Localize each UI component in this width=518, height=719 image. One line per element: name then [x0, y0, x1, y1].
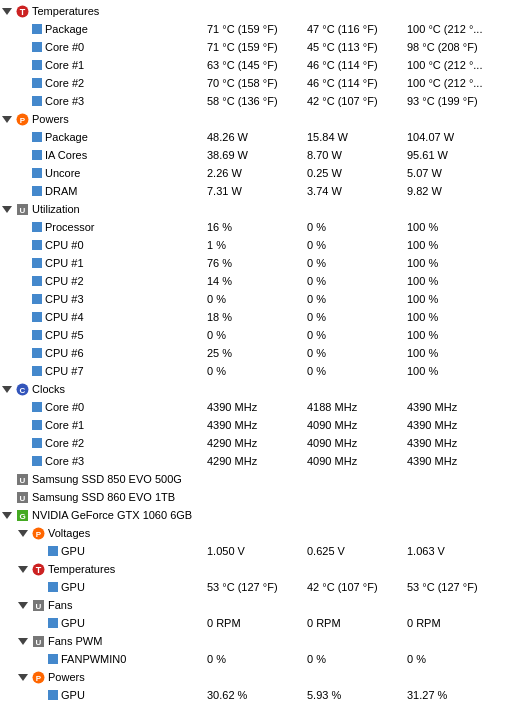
val-current: 1.050 V: [205, 545, 305, 557]
val-max: 0 RPM: [405, 617, 515, 629]
list-item: Core #071 °C (159 °F)45 °C (113 °F)98 °C…: [0, 38, 518, 56]
val-min: 0 %: [305, 257, 405, 269]
item-label: Fans: [48, 599, 205, 611]
val-current: 58 °C (136 °F): [205, 95, 305, 107]
list-item[interactable]: UUtilization: [0, 200, 518, 218]
item-label: CPU #5: [45, 329, 205, 341]
list-item: Core #163 °C (145 °F)46 °C (114 °F)100 °…: [0, 56, 518, 74]
val-min: 0 %: [305, 275, 405, 287]
item-label: CPU #2: [45, 275, 205, 287]
val-current: 4390 MHz: [205, 419, 305, 431]
val-max: 0 %: [405, 653, 515, 665]
tree-container: TTemperaturesPackage71 °C (159 °F)47 °C …: [0, 0, 518, 706]
list-item: Package48.26 W15.84 W104.07 W: [0, 128, 518, 146]
val-min: 0 RPM: [305, 617, 405, 629]
val-max: 100 %: [405, 329, 515, 341]
item-label: Voltages: [48, 527, 205, 539]
list-item: GPU1.050 V0.625 V1.063 V: [0, 542, 518, 560]
val-current: 18 %: [205, 311, 305, 323]
val-current: 14 %: [205, 275, 305, 287]
item-label: Uncore: [45, 167, 205, 179]
list-item: CPU #214 %0 %100 %: [0, 272, 518, 290]
val-min: 15.84 W: [305, 131, 405, 143]
val-max: 95.61 W: [405, 149, 515, 161]
list-item[interactable]: GNVIDIA GeForce GTX 1060 6GB: [0, 506, 518, 524]
val-max: 9.82 W: [405, 185, 515, 197]
list-item[interactable]: TTemperatures: [0, 2, 518, 20]
val-max: 100 %: [405, 365, 515, 377]
item-label: FANPWMIN0: [61, 653, 205, 665]
list-item[interactable]: PPowers: [0, 668, 518, 686]
svg-text:P: P: [36, 530, 42, 539]
item-label: Core #0: [45, 41, 205, 53]
item-label: Core #1: [45, 419, 205, 431]
list-item: CPU #70 %0 %100 %: [0, 362, 518, 380]
svg-text:P: P: [20, 116, 26, 125]
val-max: 1.063 V: [405, 545, 515, 557]
val-max: 53 °C (127 °F): [405, 581, 515, 593]
item-label: Package: [45, 131, 205, 143]
val-max: 100 %: [405, 275, 515, 287]
val-current: 70 °C (158 °F): [205, 77, 305, 89]
list-item: Core #04390 MHz4188 MHz4390 MHz: [0, 398, 518, 416]
val-min: 4090 MHz: [305, 437, 405, 449]
val-current: 53 °C (127 °F): [205, 581, 305, 593]
item-label: CPU #6: [45, 347, 205, 359]
list-item[interactable]: UFans PWM: [0, 632, 518, 650]
svg-text:U: U: [20, 476, 26, 485]
svg-text:G: G: [19, 512, 25, 521]
val-min: 46 °C (114 °F): [305, 77, 405, 89]
val-min: 42 °C (107 °F): [305, 581, 405, 593]
val-current: 71 °C (159 °F): [205, 41, 305, 53]
list-item[interactable]: UFans: [0, 596, 518, 614]
val-min: 46 °C (114 °F): [305, 59, 405, 71]
list-item: Processor16 %0 %100 %: [0, 218, 518, 236]
val-max: 100 %: [405, 293, 515, 305]
val-max: 93 °C (199 °F): [405, 95, 515, 107]
list-item: CPU #625 %0 %100 %: [0, 344, 518, 362]
item-label: Fans PWM: [48, 635, 205, 647]
item-label: Core #0: [45, 401, 205, 413]
val-max: 100 %: [405, 347, 515, 359]
item-label: GPU: [61, 581, 205, 593]
list-item: GPU0 RPM0 RPM0 RPM: [0, 614, 518, 632]
list-item: DRAM7.31 W3.74 W9.82 W: [0, 182, 518, 200]
val-current: 71 °C (159 °F): [205, 23, 305, 35]
val-current: 76 %: [205, 257, 305, 269]
list-item: CPU #50 %0 %100 %: [0, 326, 518, 344]
list-item[interactable]: PVoltages: [0, 524, 518, 542]
val-min: 0 %: [305, 293, 405, 305]
list-item: CPU #01 %0 %100 %: [0, 236, 518, 254]
item-label: Powers: [48, 671, 205, 683]
item-label: Samsung SSD 860 EVO 1TB: [32, 491, 205, 503]
item-label: Samsung SSD 850 EVO 500G: [32, 473, 205, 485]
item-label: Core #3: [45, 95, 205, 107]
item-label: GPU: [61, 617, 205, 629]
val-min: 3.74 W: [305, 185, 405, 197]
val-current: 7.31 W: [205, 185, 305, 197]
list-item: CPU #30 %0 %100 %: [0, 290, 518, 308]
val-max: 100 %: [405, 221, 515, 233]
val-current: 1 %: [205, 239, 305, 251]
val-min: 0 %: [305, 329, 405, 341]
list-item: GPU30.62 %5.93 %31.27 %: [0, 686, 518, 704]
val-current: 4290 MHz: [205, 455, 305, 467]
list-item[interactable]: PPowers: [0, 110, 518, 128]
val-min: 4090 MHz: [305, 419, 405, 431]
item-label: CPU #7: [45, 365, 205, 377]
list-item[interactable]: CClocks: [0, 380, 518, 398]
list-item: GPU53 °C (127 °F)42 °C (107 °F)53 °C (12…: [0, 578, 518, 596]
list-item[interactable]: TTemperatures: [0, 560, 518, 578]
item-label: DRAM: [45, 185, 205, 197]
svg-text:T: T: [20, 7, 26, 17]
item-label: Package: [45, 23, 205, 35]
val-max: 100 °C (212 °...: [405, 77, 515, 89]
val-current: 0 %: [205, 653, 305, 665]
val-min: 8.70 W: [305, 149, 405, 161]
val-min: 0.625 V: [305, 545, 405, 557]
val-min: 0 %: [305, 347, 405, 359]
val-max: 100 %: [405, 311, 515, 323]
val-current: 0 %: [205, 293, 305, 305]
val-max: 31.27 %: [405, 689, 515, 701]
item-label: CPU #0: [45, 239, 205, 251]
